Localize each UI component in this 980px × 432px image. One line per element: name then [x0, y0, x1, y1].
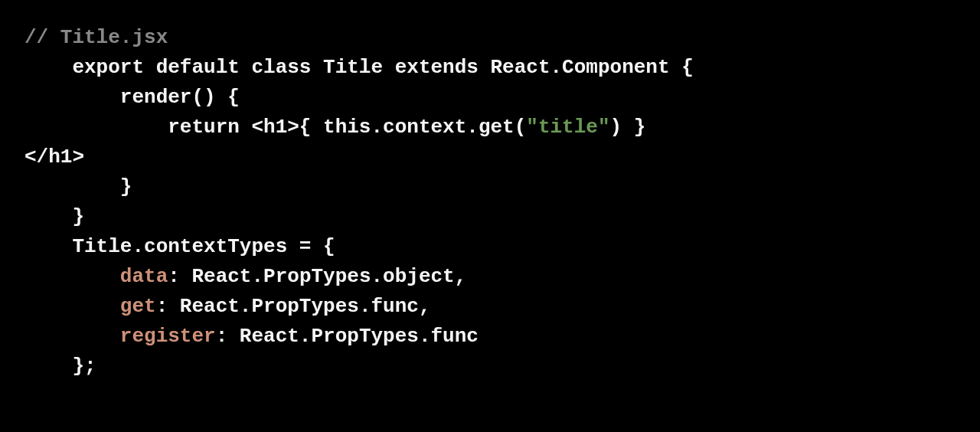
code-segment [24, 265, 120, 288]
code-segment: return <h1>{ this.context.get( [24, 116, 526, 139]
code-line: }; [24, 352, 957, 381]
code-segment: } [24, 175, 132, 198]
code-segment: Title.contextTypes = { [24, 235, 335, 258]
code-segment: : React.PropTypes.func [216, 325, 479, 348]
code-line: data: React.PropTypes.object, [24, 262, 957, 292]
code-line: } [24, 202, 957, 232]
code-segment [24, 295, 120, 318]
code-segment: export default class Title extends React… [24, 56, 694, 79]
code-line: register: React.PropTypes.func [24, 322, 957, 352]
code-line: get: React.PropTypes.func, [24, 292, 957, 322]
code-segment: register [120, 325, 216, 348]
code-segment: render() { [24, 86, 240, 109]
code-segment: ) } [610, 116, 646, 139]
code-line: } [24, 172, 957, 202]
code-segment: : React.PropTypes.func, [156, 295, 431, 318]
code-segment [24, 325, 120, 348]
code-line: // Title.jsx [24, 23, 957, 53]
code-segment: </h1> [24, 146, 84, 169]
code-line: Title.contextTypes = { [24, 232, 957, 262]
code-line: return <h1>{ this.context.get("title") } [24, 113, 957, 142]
code-segment: }; [24, 355, 96, 378]
code-line: </h1> [24, 142, 957, 172]
code-line: render() { [24, 83, 957, 113]
code-line: export default class Title extends React… [24, 53, 957, 83]
code-segment: // Title.jsx [24, 26, 168, 49]
code-block: // Title.jsx export default class Title … [24, 23, 957, 381]
code-segment: get [120, 295, 156, 318]
code-segment: "title" [526, 116, 609, 139]
code-segment: } [24, 205, 84, 228]
code-segment: data [120, 265, 168, 288]
code-segment: : React.PropTypes.object, [168, 265, 466, 288]
